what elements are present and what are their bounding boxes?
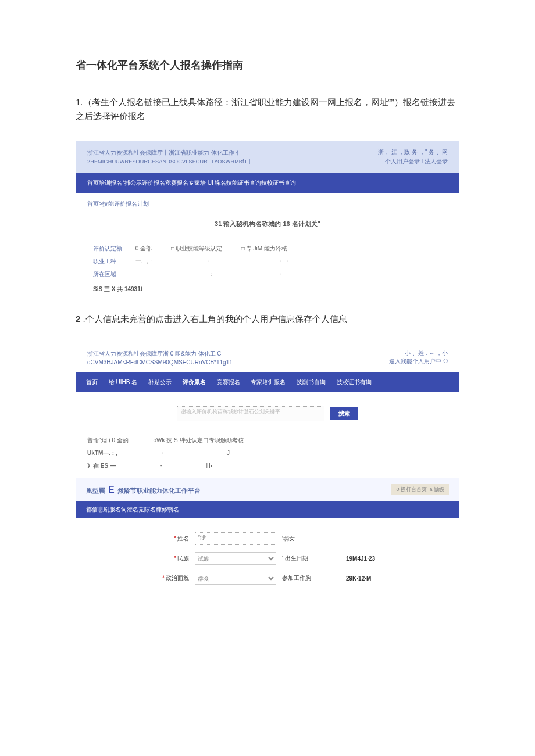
shot1-nav-text[interactable]: 首页培训报名*捕公示评价报名竞赛报名专家培 UI 垛名技能证书查询技校证书查询 [87, 180, 296, 186]
search-button[interactable]: 搜索 [330, 407, 358, 420]
filter-job-v1[interactable]: 一. ，: [135, 258, 152, 264]
shot2-header-line2: dCVM3HJAM<RFdCMCSSM90QMSECURnVCB*11g11 [87, 358, 233, 367]
shot2-header: 浙江省人力资源和社会保障厅浙 0 即&能力 体化工 C dCVM3HJAM<RF… [76, 343, 459, 372]
fil2-r1a[interactable]: 普命"烟 ) 0 全的 [87, 437, 129, 443]
search-input[interactable]: 谢输入评价机构苗称城妙计登石公划关键字 [177, 406, 324, 421]
shot2-nav[interactable]: 首页 给 UIHB 名 补贴公示 评价累名 竞赛报名 专家培训报名 技削书自询 … [76, 372, 459, 392]
form-gender-label: '弱女 [282, 535, 340, 543]
form-polit-label: 政治面貌 [166, 575, 189, 581]
filter-type-label: 评价认定额 [93, 242, 134, 255]
form-ethnic-label: 民族 [177, 555, 189, 561]
filter-job-v3[interactable]: ・ ・ [277, 258, 291, 264]
shot1-header-line2: 2HEMIGHUUWRESOURCESANDSOCVLSECURTTYOSWHM… [87, 157, 251, 166]
step-1: 1.（考生个人报名链接已上线具体路径：浙江省职业能力建设网一网上报名，网址“”）… [76, 95, 459, 123]
inner-header: 凰型羈 E 然龄节职业能力体化工作平台 0 搔杆台首页 la 鼬级 [76, 478, 459, 501]
inner-title-big: E [108, 485, 115, 495]
shot1-filters: 评价认定额 0 全部 职业技能等级认定 专 JiM 能力冷核 职业工种 一. ，… [87, 242, 448, 281]
inner-title-b: 然龄节职业能力体化工作平台 [117, 487, 201, 494]
form-birth-value: 19M4J1·23 [346, 556, 398, 562]
shot1-login-links[interactable]: 个人用户登录 I 法人登录 [378, 157, 448, 166]
screenshot-1: 浙江省人力资源和社会保障厅丨浙江省职业能力 体化工作 仕 2HEMIGHUUWR… [76, 141, 459, 300]
doc-title: 省一体化平台系统个人报名操作指南 [76, 58, 459, 72]
step-2-text: .个人信息未完善的点击进入右上角的我的个人用户信息保存个人信息 [80, 314, 347, 324]
screenshot-2: 浙江省人力资源和社会保障厅浙 0 即&能力 体化工 C dCVM3HJAM<RF… [76, 343, 459, 599]
form-birth-label: ' 出生日期 [282, 554, 340, 562]
personal-info-form: *姓名 *缈 '弱女 *民族 试族 ' 出生日期 19M4J1·23 *政治面貌… [76, 518, 459, 599]
shot1-header: 浙江省人力资源和社会保障厅丨浙江省职业能力 体化工作 仕 2HEMIGHUUWR… [76, 141, 459, 173]
shot1-nav[interactable]: 首页培训报名*捕公示评价报名竞赛报名专家培 UI 垛名技能证书查询技校证书查询 [76, 173, 459, 193]
shot1-search-hint: 31 输入秘机构名称城的 16 名计划关" [87, 220, 448, 228]
step-2: 2 .个人信息未完善的点击进入右上角的我的个人用户信息保存个人信息 [76, 312, 459, 326]
form-ethnic-select[interactable]: 试族 [195, 552, 276, 565]
form-name-input[interactable]: *缈 [195, 532, 276, 545]
filter-type-all[interactable]: 0 全部 [135, 245, 152, 252]
form-name-label: 姓名 [177, 535, 189, 542]
shot2-filters: 普命"烟 ) 0 全的 oWk 技 S 绊处认定口专坝触勛考核 UkTM—. :… [76, 432, 459, 475]
shot2-header-line1: 浙江省人力资源和社会保障厅浙 0 即&能力 体化工 C [87, 349, 233, 358]
filter-type-opt1[interactable]: 职业技能等级认定 [171, 245, 222, 252]
nav-school-cert[interactable]: 技校证书有询 [337, 379, 372, 385]
shot1-result-count: SiS 三 X 共 14931t [87, 281, 448, 293]
filter-job-label: 职业工种 [93, 255, 134, 268]
fil2-r2c[interactable]: ·J [225, 450, 230, 456]
fil2-r3b[interactable]: ・ [158, 463, 164, 469]
shot2-search-row: 谢输入评价机构苗称城妙计登石公划关键字 搜索 [76, 406, 459, 421]
filter-area-label: 所在区域 [93, 268, 134, 281]
inner-nav[interactable]: 都信息剧服名词澄名竞隙名糠修翳名 [76, 501, 459, 518]
filter-area-v2[interactable]: ・ [278, 271, 284, 277]
fil2-r3c[interactable]: H• [206, 463, 212, 469]
fil2-r3a[interactable]: 》在 ES — [87, 463, 116, 469]
nav-uihb[interactable]: 给 UIHB 名 [109, 379, 137, 385]
nav-contest[interactable]: 竞赛报名 [217, 379, 240, 385]
inner-goto-link[interactable]: 0 搔杆台首页 la 鼬级 [391, 484, 449, 495]
fil2-r2a[interactable]: UkTM—. : , [87, 450, 117, 456]
nav-subsidy[interactable]: 补贴公示 [148, 379, 172, 385]
form-workdate-label: 参加工作胸 [282, 574, 340, 582]
shot2-user-center-link[interactable]: 逼入我能个人用户中 O [389, 357, 448, 366]
breadcrumb[interactable]: 首页>技能评价报名计划 [87, 200, 448, 208]
nav-expert[interactable]: 专家培训报名 [251, 379, 286, 385]
inner-title-a: 凰型羈 [86, 487, 105, 494]
form-polit-select[interactable]: 群众 [195, 572, 276, 585]
nav-cert[interactable]: 技削书自询 [297, 379, 326, 385]
shot2-header-right1: 小 、姓 . ← ，小 [389, 349, 448, 357]
shot1-header-right1: 浙 、江 ，政 务 ，" 务 、网 [378, 148, 448, 157]
nav-home[interactable]: 首页 [86, 379, 98, 385]
filter-type-opt2[interactable]: 专 JiM 能力冷核 [241, 245, 287, 252]
fil2-r2b[interactable]: ・ [159, 450, 165, 456]
shot1-header-line1: 浙江省人力资源和社会保障厅丨浙江省职业能力 体化工作 仕 [87, 148, 251, 157]
filter-job-v2[interactable]: ・ [206, 258, 212, 264]
nav-eval[interactable]: 评价累名 [183, 379, 206, 385]
filter-area-v1[interactable]: : [211, 271, 213, 277]
form-workdate-value: 29K·12·M [346, 575, 398, 582]
fil2-r1b[interactable]: oWk 技 S 绊处认定口专坝触勛考核 [154, 437, 244, 443]
